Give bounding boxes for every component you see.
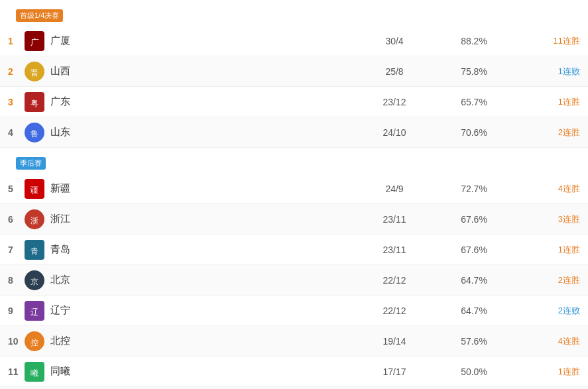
team-logo: 京 xyxy=(24,270,45,291)
team-logo: 鲁 xyxy=(24,122,45,143)
team-rank: 8 xyxy=(8,275,24,286)
team-win-pct: 88.2% xyxy=(434,36,514,46)
team-record: 22/12 xyxy=(355,306,434,316)
team-logo: 辽 xyxy=(24,300,45,321)
svg-text:广: 广 xyxy=(30,37,39,47)
team-logo: 青 xyxy=(24,239,45,260)
team-record: 24/9 xyxy=(355,184,434,194)
team-name: 浙江 xyxy=(50,213,355,225)
team-name: 广厦 xyxy=(50,34,355,47)
svg-text:控: 控 xyxy=(30,338,38,347)
team-win-pct: 65.7% xyxy=(434,97,514,107)
team-logo: 浙 xyxy=(24,209,45,230)
team-row[interactable]: 6 浙 浙江 23/11 67.6% 3连胜 xyxy=(0,204,588,235)
team-streak: 1连胜 xyxy=(514,244,580,256)
team-row[interactable]: 9 辽 辽宁 22/12 64.7% 2连败 xyxy=(0,296,588,326)
team-logo: 广 xyxy=(24,30,45,52)
team-streak: 2连败 xyxy=(514,305,580,317)
team-name: 新疆 xyxy=(50,182,355,195)
team-rows-container: 1 广 广厦 30/4 88.2% 11连胜 2 晋 山西 25/8 75.8%… xyxy=(0,26,588,389)
team-rank: 10 xyxy=(8,336,24,347)
team-rank: 1 xyxy=(8,36,24,46)
team-record: 23/12 xyxy=(355,97,434,107)
svg-text:鲁: 鲁 xyxy=(30,129,38,139)
team-name: 辽宁 xyxy=(50,304,355,317)
team-name: 山西 xyxy=(50,65,355,78)
team-row[interactable]: 8 京 北京 22/12 64.7% 2连胜 xyxy=(0,265,588,296)
team-logo: 晋 xyxy=(24,61,45,82)
team-name: 同曦 xyxy=(50,365,355,378)
team-logo: 曦 xyxy=(24,361,45,382)
svg-text:青: 青 xyxy=(30,247,38,256)
team-rank: 4 xyxy=(8,127,24,138)
team-win-pct: 50.0% xyxy=(434,366,514,377)
team-rank: 7 xyxy=(8,245,24,255)
svg-text:晋: 晋 xyxy=(30,68,38,78)
svg-text:曦: 曦 xyxy=(30,368,38,378)
team-row[interactable]: 10 控 北控 19/14 57.6% 4连胜 xyxy=(0,326,588,357)
team-logo: 粤 xyxy=(24,91,45,113)
team-streak: 2连胜 xyxy=(514,274,580,286)
team-win-pct: 64.7% xyxy=(434,306,514,316)
team-win-pct: 67.6% xyxy=(434,214,514,225)
team-row[interactable]: 4 鲁 山东 24/10 70.6% 2连胜 xyxy=(0,117,588,148)
team-win-pct: 75.8% xyxy=(434,66,514,77)
team-record: 23/11 xyxy=(355,245,434,255)
team-logo: 疆 xyxy=(24,178,45,199)
svg-text:浙: 浙 xyxy=(30,216,38,225)
team-win-pct: 67.6% xyxy=(434,245,514,255)
team-rank: 6 xyxy=(8,214,24,225)
team-streak: 1连胜 xyxy=(514,366,580,378)
team-name: 北控 xyxy=(50,335,355,347)
team-streak: 1连败 xyxy=(514,66,580,78)
team-record: 23/11 xyxy=(355,214,434,225)
team-name: 北京 xyxy=(50,274,355,286)
team-record: 22/12 xyxy=(355,275,434,286)
team-win-pct: 64.7% xyxy=(434,275,514,286)
team-record: 30/4 xyxy=(355,36,434,46)
team-streak: 4连胜 xyxy=(514,335,580,347)
team-record: 17/17 xyxy=(355,366,434,377)
svg-text:京: 京 xyxy=(30,277,38,286)
team-row[interactable]: 2 晋 山西 25/8 75.8% 1连败 xyxy=(0,56,588,87)
team-record: 25/8 xyxy=(355,66,434,77)
team-win-pct: 72.7% xyxy=(434,184,514,194)
team-name: 青岛 xyxy=(50,243,355,256)
team-rank: 3 xyxy=(8,97,24,107)
team-row[interactable]: 3 粤 广东 23/12 65.7% 1连胜 xyxy=(0,87,588,117)
team-rank: 11 xyxy=(8,366,24,377)
team-rank: 5 xyxy=(8,184,24,194)
svg-text:疆: 疆 xyxy=(30,186,38,195)
standings-page: 首级1/4决赛 1 广 广厦 30/4 88.2% 11连胜 2 晋 山西 25… xyxy=(0,0,588,389)
svg-text:辽: 辽 xyxy=(30,307,38,317)
team-streak: 3连胜 xyxy=(514,213,580,225)
quarter-final-label: 首级1/4决赛 xyxy=(16,9,63,22)
team-record: 24/10 xyxy=(355,127,434,138)
team-win-pct: 57.6% xyxy=(434,336,514,347)
playoff-label: 季后赛 xyxy=(16,157,46,170)
team-name: 广东 xyxy=(50,95,355,108)
team-row[interactable]: 1 广 广厦 30/4 88.2% 11连胜 xyxy=(0,26,588,56)
team-rank: 9 xyxy=(8,306,24,316)
team-record: 19/14 xyxy=(355,336,434,347)
team-name: 山东 xyxy=(50,126,355,139)
svg-text:粤: 粤 xyxy=(30,99,38,108)
team-row[interactable]: 5 疆 新疆 24/9 72.7% 4连胜 xyxy=(0,174,588,204)
team-logo: 控 xyxy=(24,331,45,352)
team-streak: 2连胜 xyxy=(514,127,580,139)
team-streak: 1连胜 xyxy=(514,96,580,108)
team-row[interactable]: 7 青 青岛 23/11 67.6% 1连胜 xyxy=(0,235,588,265)
team-streak: 4连胜 xyxy=(514,183,580,195)
team-win-pct: 70.6% xyxy=(434,127,514,138)
team-streak: 11连胜 xyxy=(514,35,580,47)
team-row[interactable]: 11 曦 同曦 17/17 50.0% 1连胜 xyxy=(0,357,588,387)
team-rank: 2 xyxy=(8,66,24,77)
